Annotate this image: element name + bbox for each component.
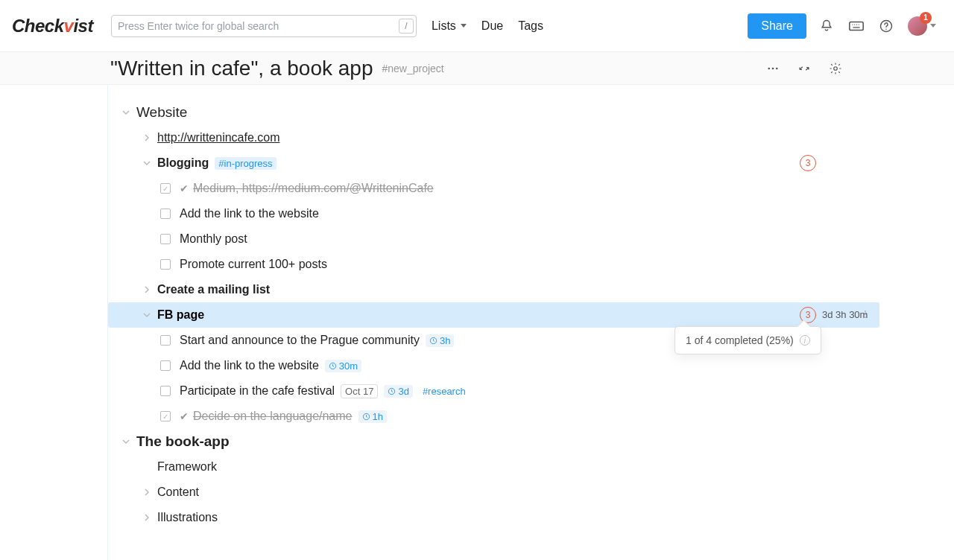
nav-due[interactable]: Due — [481, 19, 503, 33]
item-label: The book-app — [136, 433, 230, 450]
item-blogging[interactable]: Blogging #in-progress 3 — [108, 150, 954, 176]
item-label: Blogging — [157, 156, 209, 170]
more-icon[interactable] — [765, 60, 781, 77]
item-bookapp[interactable]: The book-app — [108, 429, 954, 454]
keyboard-icon[interactable] — [848, 18, 865, 34]
item-decide[interactable]: ✔ Decide on the language/name 1h — [108, 404, 954, 429]
logo-accent: v — [64, 16, 74, 36]
bell-icon[interactable] — [818, 18, 835, 34]
time-badge: 3h — [426, 334, 454, 347]
chevron-down-icon — [461, 24, 467, 28]
checkbox[interactable] — [160, 259, 171, 270]
time-badge: 30m — [325, 360, 361, 372]
item-url[interactable]: http://writtenincafe.com — [108, 125, 954, 150]
item-content[interactable]: Content — [108, 480, 954, 505]
logo-text-2: ist — [73, 16, 93, 36]
item-label: Participate in the cafe festival — [180, 384, 335, 398]
item-label: Website — [136, 104, 187, 121]
collapse-icon[interactable] — [796, 60, 812, 77]
tooltip-text: 1 of 4 completed (25%) — [686, 334, 794, 346]
page-title[interactable]: "Written in cafe", a book app — [110, 57, 373, 80]
item-label: Add the link to the website — [180, 359, 319, 372]
item-label: FB page — [157, 308, 204, 322]
nav-lists-label: Lists — [432, 19, 456, 33]
done-icon: ✔ — [180, 182, 189, 194]
chevron-down-icon[interactable] — [120, 436, 132, 448]
gear-icon[interactable] — [827, 60, 844, 77]
item-mailing[interactable]: Create a mailing list — [108, 277, 954, 302]
item-start-prague[interactable]: Start and announce to the Prague communi… — [108, 328, 954, 353]
search-wrap: / — [111, 15, 417, 37]
time-value: 3h — [440, 335, 450, 346]
title-tag[interactable]: #new_project — [382, 63, 443, 74]
time-badge: 1h — [358, 410, 387, 423]
search-input[interactable] — [111, 15, 417, 37]
clock-icon — [329, 362, 337, 370]
logo[interactable]: Checkvist — [12, 16, 93, 36]
done-icon: ✔ — [180, 410, 189, 422]
time-badge: 3d — [384, 385, 412, 398]
item-label: Illustrations — [157, 511, 218, 524]
clock-icon — [429, 337, 437, 345]
item-addlink1[interactable]: Add the link to the website — [108, 201, 954, 226]
item-label: Monthly post — [180, 232, 247, 246]
checkbox[interactable] — [160, 234, 171, 244]
item-label: Medium, https://medium.com/@WritteninCaf… — [193, 182, 434, 195]
top-bar: Checkvist / Lists Due Tags Share 1 — [0, 0, 954, 52]
title-bar: "Written in cafe", a book app #new_proje… — [0, 52, 954, 85]
checkbox[interactable] — [160, 411, 171, 421]
item-framework[interactable]: Framework — [108, 454, 954, 480]
nav-lists[interactable]: Lists — [432, 19, 467, 33]
avatar-menu[interactable]: 1 — [908, 16, 936, 36]
tag-badge[interactable]: #in-progress — [215, 157, 276, 170]
slash-key-hint: / — [399, 19, 414, 34]
count-badge[interactable]: 3 — [800, 155, 816, 171]
item-illustrations[interactable]: Illustrations — [108, 505, 954, 530]
item-label: Promote current 100+ posts — [180, 258, 327, 271]
item-label: Create a mailing list — [157, 283, 270, 296]
header-icons: 1 — [818, 16, 936, 36]
checkbox[interactable] — [160, 335, 171, 346]
item-addlink2[interactable]: Add the link to the website 30m — [108, 353, 954, 378]
item-label: Decide on the language/name — [193, 410, 353, 423]
item-medium[interactable]: ✔ Medium, https://medium.com/@WritteninC… — [108, 176, 954, 201]
nav-tags[interactable]: Tags — [518, 19, 543, 33]
checkbox[interactable] — [160, 209, 171, 219]
notification-badge: 1 — [920, 12, 932, 24]
item-promote[interactable]: Promote current 100+ posts — [108, 252, 954, 277]
chevron-right-icon[interactable] — [141, 132, 153, 144]
clock-icon — [362, 413, 370, 421]
item-label: Content — [157, 486, 199, 499]
item-link[interactable]: http://writtenincafe.com — [157, 131, 280, 144]
progress-tooltip: 1 of 4 completed (25%) i — [675, 326, 821, 354]
info-icon[interactable]: i — [800, 335, 810, 346]
chevron-down-icon[interactable] — [120, 106, 132, 118]
item-label: Add the link to the website — [180, 207, 319, 220]
item-participate[interactable]: Participate in the cafe festival Oct 17 … — [108, 378, 954, 404]
logo-text: Check — [12, 16, 64, 36]
title-actions — [765, 60, 844, 77]
chevron-right-icon[interactable] — [141, 512, 153, 524]
checkbox[interactable] — [160, 360, 171, 371]
top-nav: Lists Due Tags — [432, 19, 543, 33]
chevron-down-icon — [930, 24, 936, 28]
checkbox[interactable] — [160, 183, 171, 194]
chevron-right-icon[interactable] — [141, 486, 153, 498]
chevron-right-icon[interactable] — [141, 284, 153, 296]
time-value: 3d — [398, 386, 408, 397]
item-label: Framework — [157, 460, 217, 474]
item-fbpage[interactable]: FB page — [108, 302, 879, 328]
date-badge: Oct 17 — [341, 384, 378, 398]
time-value: 30m — [339, 360, 358, 372]
item-monthly[interactable]: Monthly post — [108, 226, 954, 252]
chevron-down-icon[interactable] — [141, 157, 153, 169]
help-icon[interactable] — [878, 18, 894, 34]
estimate-text: 3d 3h 30m — [822, 309, 868, 320]
clock-icon — [388, 387, 396, 395]
chevron-down-icon[interactable] — [141, 309, 153, 321]
item-website[interactable]: Website — [108, 100, 954, 125]
item-label: Start and announce to the Prague communi… — [180, 334, 420, 347]
checkbox[interactable] — [160, 386, 171, 396]
share-button[interactable]: Share — [748, 13, 806, 39]
tag-badge[interactable]: #research — [419, 385, 470, 398]
